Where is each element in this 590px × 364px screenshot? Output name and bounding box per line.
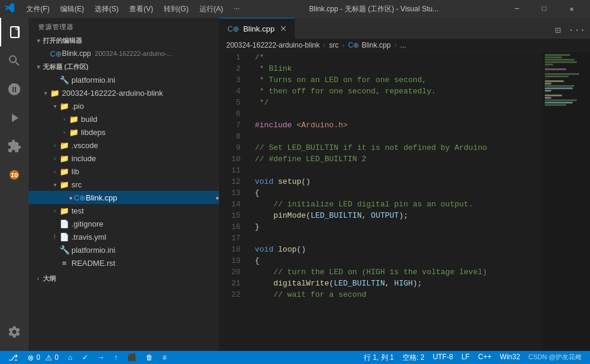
terminal-icon: ⬛ <box>127 353 136 362</box>
sidebar: 资源管理器 ▾ 打开的编辑器 C⊕ Blink.cpp 200324-16222… <box>29 18 219 351</box>
line-ending[interactable]: LF <box>458 353 473 361</box>
tree-item[interactable]: ▾ 📁 200324-162222-arduino-blink <box>29 86 219 99</box>
minimap <box>542 52 590 351</box>
sync-button[interactable]: ⌂ <box>64 351 76 364</box>
git-status[interactable]: ⎇ <box>5 351 21 364</box>
menu-edit[interactable]: 编辑(E) <box>55 3 89 15</box>
sidebar-header: 资源管理器 <box>29 18 219 34</box>
file-icon: ≡ <box>60 259 69 268</box>
line-numbers: 1 2 3 4 5 6 7 8 9 10 11 12 13 14 15 16 1… <box>219 52 245 351</box>
menu-view[interactable]: 查看(V) <box>124 3 158 15</box>
chevron-down-icon: ▾ <box>50 103 60 109</box>
folder-label: .vscode <box>71 141 219 150</box>
breadcrumb-part-3[interactable]: C⊕ <box>348 41 360 49</box>
code-line: * Turns on an LED on for one second, <box>255 74 542 86</box>
code-line: } <box>255 221 542 233</box>
breadcrumb-part-2[interactable]: src <box>329 41 339 49</box>
more-actions-button[interactable]: ··· <box>569 22 585 39</box>
menu-select[interactable]: 选择(S) <box>90 3 123 15</box>
platformio-icon[interactable]: IO <box>0 161 29 189</box>
breadcrumb-part-4[interactable]: ... <box>400 41 406 49</box>
tree-item[interactable]: › 📁 build <box>29 112 219 125</box>
tab-close-button[interactable]: ✕ <box>278 23 289 34</box>
git-icon[interactable] <box>0 75 29 103</box>
status-bar: ⎇ ⊗ 0 ⚠ 0 ⌂ ✓ → ↑ ⬛ 🗑 ≡ 行 1, 列 1 空格: 2 U… <box>0 351 590 364</box>
tree-item[interactable]: ▾ 📁 src <box>29 178 219 191</box>
open-editor-file[interactable]: C⊕ Blink.cpp 200324-162222-arduino-... <box>29 47 219 60</box>
tab-blink-cpp[interactable]: C⊕ Blink.cpp ✕ <box>219 18 295 39</box>
tree-item[interactable]: › 📁 .vscode <box>29 139 219 152</box>
minimap-line <box>545 99 577 101</box>
maximize-button[interactable]: □ <box>530 0 558 18</box>
breadcrumb-cpp-label[interactable]: Blink.cpp <box>361 41 391 49</box>
activity-bar-top: IO <box>0 18 29 318</box>
code-line <box>255 165 542 176</box>
code-line <box>255 233 542 244</box>
breadcrumb-sep: › <box>323 41 326 49</box>
minimap-line <box>545 71 549 73</box>
encoding[interactable]: UTF-8 <box>429 353 457 361</box>
list-button[interactable]: ≡ <box>159 351 170 364</box>
watermark-text: CSDN @护友花雌 <box>529 353 582 362</box>
blink-cpp-item[interactable]: ● C⊕ Blink.cpp ● <box>29 191 219 204</box>
error-count[interactable]: ⊗ 0 ⚠ 0 <box>24 351 62 364</box>
outline-section[interactable]: › 大纲 <box>29 272 219 285</box>
tree-item[interactable]: › 📁 libdeps <box>29 125 219 139</box>
platform-info[interactable]: Win32 <box>497 353 524 361</box>
code-line <box>255 108 542 120</box>
breadcrumb-part-1[interactable]: 200324-162222-arduino-blink <box>226 41 320 49</box>
explorer-icon[interactable] <box>0 18 29 46</box>
menu-file[interactable]: 文件(F) <box>21 3 54 15</box>
tree-item[interactable]: ≡ README.rst <box>29 256 219 269</box>
tree-item[interactable]: 🔧 platformio.ini <box>29 243 219 256</box>
language-mode[interactable]: C++ <box>475 353 495 361</box>
tree-item[interactable]: › 📁 test <box>29 204 219 217</box>
indentation[interactable]: 空格: 2 <box>399 353 428 363</box>
open-editors-section[interactable]: ▾ 打开的编辑器 <box>29 34 219 47</box>
minimap-line <box>545 90 551 92</box>
code-editor[interactable]: /* * Blink * Turns on an LED on for one … <box>245 52 542 351</box>
folder-icon: 📁 <box>69 128 79 137</box>
chevron-right-icon: › <box>33 275 43 282</box>
extensions-icon[interactable] <box>0 132 29 161</box>
close-button[interactable]: ✕ <box>558 0 585 18</box>
split-editor-button[interactable]: ⊡ <box>550 22 566 39</box>
chevron-right-icon: › <box>60 116 69 123</box>
arrow-right-button[interactable]: → <box>94 351 108 364</box>
tree-item[interactable]: 🔧 platformio.ini <box>29 73 219 86</box>
tree-item[interactable]: › 📁 include <box>29 152 219 165</box>
workspace-section[interactable]: ▾ 无标题 (工作区) <box>29 60 219 73</box>
minimap-line <box>545 73 579 75</box>
window-title: Blink.cpp - 无标题 (工作区) - Visual Stu... <box>249 4 498 14</box>
folder-label: 200324-162222-arduino-blink <box>62 89 219 98</box>
code-line: * then off for one second, repeatedly. <box>255 86 542 97</box>
folder-label: lib <box>71 167 219 176</box>
tree-item[interactable]: 📄 .gitignore <box>29 217 219 230</box>
error-dot: ● <box>69 194 73 201</box>
menu-goto[interactable]: 转到(G) <box>159 3 193 15</box>
minimize-button[interactable]: — <box>503 0 530 18</box>
file-tree: ▾ 打开的编辑器 C⊕ Blink.cpp 200324-162222-ardu… <box>29 34 219 351</box>
debug-icon[interactable] <box>0 103 29 132</box>
menu-run[interactable]: 运行(A) <box>195 3 228 15</box>
check-button[interactable]: ✓ <box>79 351 92 364</box>
tree-item[interactable]: › 📁 lib <box>29 165 219 178</box>
line-number: 6 <box>219 108 241 120</box>
folder-label: build <box>81 115 219 124</box>
tree-item[interactable]: ▾ 📁 .pio <box>29 99 219 112</box>
chevron-right-icon: › <box>60 129 69 136</box>
terminal-button[interactable]: ⬛ <box>124 351 140 364</box>
folder-label: libdeps <box>81 128 219 137</box>
line-number: 18 <box>219 244 241 255</box>
tree-item[interactable]: ! 📄 .travis.yml <box>29 230 219 243</box>
line-number: 3 <box>219 74 241 86</box>
folder-label: .pio <box>71 102 219 111</box>
minimap-line <box>545 68 566 70</box>
cursor-position[interactable]: 行 1, 列 1 <box>360 353 398 363</box>
menu-more[interactable]: ··· <box>229 3 245 15</box>
settings-icon[interactable] <box>0 318 29 346</box>
upload-button[interactable]: ↑ <box>111 351 121 364</box>
vscode-icon <box>5 3 14 15</box>
trash-button[interactable]: 🗑 <box>142 351 157 364</box>
search-icon[interactable] <box>0 46 29 75</box>
